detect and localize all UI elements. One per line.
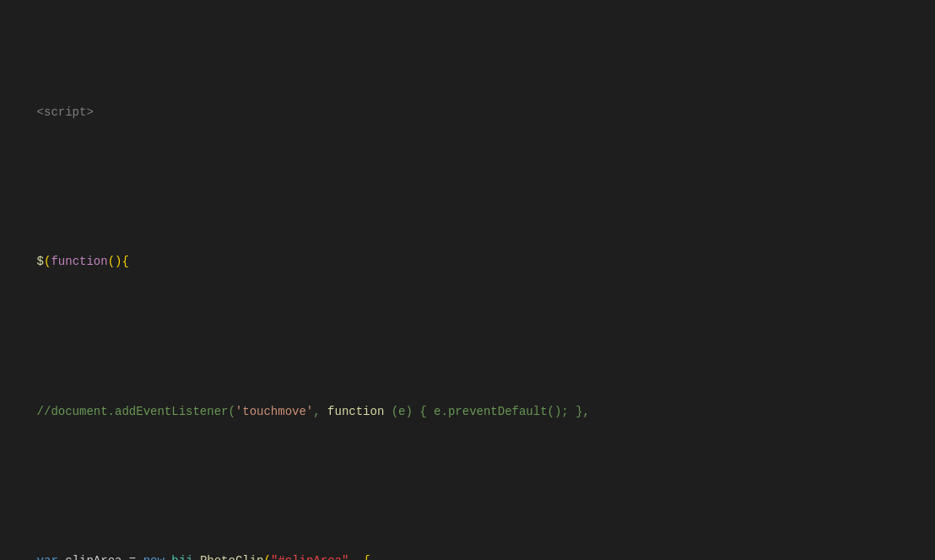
line-comment-touchmove: //document.addEventListener('touchmove',…	[0, 365, 935, 439]
line-var-cliparea: var clipArea = new bjj.PhotoClip("#clipA…	[0, 514, 935, 560]
code-editor: <script> $(function(){ //document.addEve…	[0, 0, 935, 560]
line-iife-start: $(function(){	[0, 215, 935, 289]
line-script-tag: <script>	[0, 84, 935, 140]
